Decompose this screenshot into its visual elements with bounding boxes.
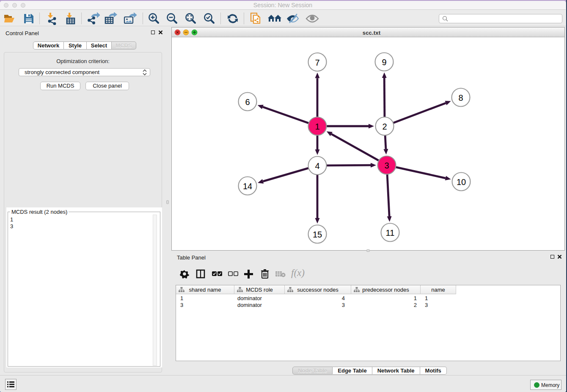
svg-text:9: 9 bbox=[382, 58, 386, 67]
svg-text:10: 10 bbox=[457, 177, 466, 187]
svg-text:14: 14 bbox=[243, 182, 252, 191]
svg-text:2: 2 bbox=[382, 122, 387, 131]
svg-text:7: 7 bbox=[315, 58, 319, 67]
svg-text:3: 3 bbox=[384, 161, 389, 170]
svg-text:1: 1 bbox=[315, 122, 319, 131]
svg-text:8: 8 bbox=[458, 93, 463, 102]
svg-text:6: 6 bbox=[245, 97, 250, 107]
svg-text:15: 15 bbox=[313, 230, 322, 239]
svg-text:4: 4 bbox=[315, 161, 319, 171]
svg-text:11: 11 bbox=[386, 228, 395, 237]
